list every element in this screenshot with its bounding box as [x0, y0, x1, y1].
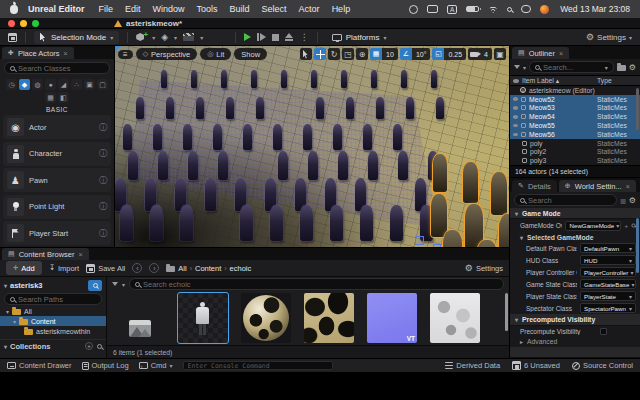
eye-icon[interactable]: [513, 97, 518, 101]
back-button[interactable]: ‹: [132, 263, 142, 273]
search-paths-box[interactable]: [4, 293, 102, 305]
console-command-input[interactable]: [183, 361, 333, 370]
search-paths-input[interactable]: [18, 295, 96, 304]
display-icon[interactable]: [427, 5, 438, 13]
minimize-window-button[interactable]: [20, 20, 27, 27]
advanced-expander[interactable]: ▸ Advanced: [510, 337, 640, 347]
maximize-viewport-button[interactable]: ▣: [494, 48, 506, 60]
category-volumes-icon[interactable]: ▢: [97, 79, 108, 90]
scrollbar[interactable]: [505, 293, 508, 331]
display-filter-icon[interactable]: ▥: [620, 197, 626, 204]
input-source-icon[interactable]: A: [447, 5, 457, 14]
menu-edit[interactable]: Edit: [125, 4, 141, 14]
property-dropdown[interactable]: PlayerState▾: [580, 291, 636, 301]
tab-outliner[interactable]: ▤ Outliner ×: [512, 47, 569, 59]
content-drawer-button[interactable]: Content Drawer: [7, 361, 72, 370]
property-dropdown[interactable]: HUD▾: [580, 255, 636, 265]
project-tab[interactable]: asteriskmeow*: [114, 19, 182, 28]
details-search-box[interactable]: [514, 194, 617, 206]
viewport-scene[interactable]: [115, 46, 509, 247]
breadcrumb-all[interactable]: All: [178, 264, 186, 273]
blueprints-icon[interactable]: ◈: [161, 33, 168, 42]
viewport-menu-icon[interactable]: ≡: [118, 50, 133, 59]
move-tool-button[interactable]: [314, 48, 326, 60]
record-icon[interactable]: [409, 5, 418, 14]
app-menu[interactable]: Unreal Editor: [28, 4, 85, 14]
category-basic-icon[interactable]: ◆: [19, 79, 30, 90]
gear-icon[interactable]: ⚙: [629, 196, 636, 205]
column-type[interactable]: Type: [597, 77, 637, 84]
place-actor-item[interactable]: ♟ Pawn ⓘ: [3, 168, 111, 192]
eject-button[interactable]: [285, 33, 294, 42]
frame-skip-button[interactable]: [257, 33, 266, 41]
close-window-button[interactable]: [8, 20, 15, 27]
tab-place-actors[interactable]: ✚ Place Actors ×: [2, 47, 74, 59]
category-vfx-icon[interactable]: ∴: [71, 79, 82, 90]
outliner-row[interactable]: Meow55StaticMes: [510, 121, 640, 130]
source-control-button[interactable]: Source Control: [572, 361, 633, 370]
menu-select[interactable]: Select: [262, 4, 287, 14]
details-search-input[interactable]: [528, 196, 611, 205]
tab-content-browser[interactable]: ▤ Content Browser ×: [2, 248, 89, 260]
column-item-label[interactable]: Item Label ▴: [522, 77, 559, 85]
place-actor-item[interactable]: Player Start ⓘ: [3, 221, 111, 245]
menubar-clock[interactable]: Wed 13 Mar 23:08: [560, 4, 630, 14]
rotation-snap-control[interactable]: ∠ 10°: [400, 48, 431, 60]
search-assets-box[interactable]: [129, 278, 504, 290]
menu-tools[interactable]: Tools: [197, 4, 218, 14]
outliner-search-box[interactable]: ▾: [529, 61, 614, 73]
grid-snap-control[interactable]: ▦ 10: [370, 48, 398, 60]
gamemode-override-dropdown[interactable]: NewGameMode ▾: [565, 221, 621, 231]
platforms-dropdown[interactable]: Platforms ▾: [326, 31, 393, 44]
spotlight-icon[interactable]: [507, 7, 512, 12]
search-assets-input[interactable]: [143, 280, 498, 289]
outliner-row[interactable]: polyStaticMes: [510, 139, 640, 148]
category-lights-icon[interactable]: ◍: [32, 79, 43, 90]
scrollbar[interactable]: [636, 88, 639, 130]
menu-actor[interactable]: Actor: [299, 4, 320, 14]
outliner-row[interactable]: poly3StaticMes: [510, 156, 640, 165]
scrollbar[interactable]: [636, 218, 639, 273]
outliner-world-row[interactable]: u asteriskmeow (Editor): [510, 86, 640, 95]
output-log-button[interactable]: Output Log: [82, 361, 129, 370]
asset-thumbnail[interactable]: [304, 293, 354, 343]
precompute-visibility-checkbox[interactable]: [600, 328, 607, 335]
rotate-tool-button[interactable]: ↻: [328, 48, 340, 60]
menubar-app-icon[interactable]: [540, 5, 549, 14]
import-button[interactable]: ↧ Import: [49, 264, 80, 273]
close-icon[interactable]: ×: [626, 183, 630, 190]
browse-icon[interactable]: [632, 224, 636, 228]
eye-icon[interactable]: [513, 124, 518, 128]
place-actor-item[interactable]: Character ⓘ: [3, 142, 111, 166]
lit-dropdown[interactable]: ◎ Lit: [200, 48, 231, 60]
add-actor-icon[interactable]: +: [136, 32, 146, 42]
cmd-dropdown[interactable]: › Cmd ▾: [139, 361, 173, 370]
close-icon[interactable]: ×: [559, 50, 563, 57]
world-space-toggle[interactable]: ⊕: [356, 48, 368, 60]
camera-speed-control[interactable]: 4: [468, 48, 492, 60]
outliner-search-input[interactable]: [543, 63, 602, 72]
close-icon[interactable]: ×: [78, 251, 82, 258]
visibility-column-icon[interactable]: [513, 79, 519, 83]
settings-dropdown[interactable]: ⚙ Settings ▾: [586, 32, 632, 42]
viewport[interactable]: ≡ ◇ Perspective ◎ Lit Show: [115, 46, 509, 247]
category-shapes-icon[interactable]: ●: [45, 79, 56, 90]
menu-file[interactable]: File: [99, 4, 114, 14]
outliner-row[interactable]: Meow52StaticMes: [510, 95, 640, 104]
stop-button[interactable]: [272, 34, 279, 41]
outliner-row[interactable]: Meow56StaticMes: [510, 130, 640, 139]
section-game-mode[interactable]: ▾ Game Mode: [510, 208, 640, 219]
selection-mode-dropdown[interactable]: Selection Mode ▾: [34, 31, 119, 44]
add-icon[interactable]: +: [624, 223, 628, 229]
play-button[interactable]: [244, 33, 251, 41]
breadcrumb-echoic[interactable]: echoic: [230, 264, 252, 273]
scale-tool-button[interactable]: ◳: [342, 48, 354, 60]
filter-icon[interactable]: [514, 65, 520, 69]
zoom-window-button[interactable]: [32, 20, 39, 27]
eye-icon[interactable]: [513, 106, 518, 110]
section-precomputed-visibility[interactable]: ▾ Precomputed Visibility: [510, 314, 640, 325]
menu-window[interactable]: Window: [153, 4, 185, 14]
apple-menu-icon[interactable]: [10, 5, 18, 14]
tree-item-all[interactable]: ▾ All: [0, 306, 106, 316]
property-dropdown[interactable]: SpectatorPawn▾: [580, 303, 636, 313]
